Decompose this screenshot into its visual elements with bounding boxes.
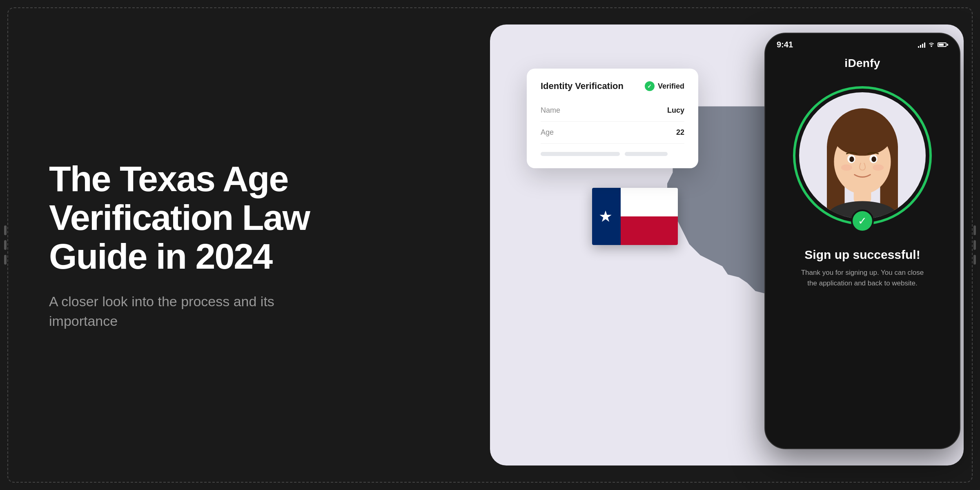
flag-red-stripe xyxy=(621,216,678,245)
id-card-bar-1 xyxy=(541,152,620,156)
status-bar: 9:41 xyxy=(765,33,960,53)
id-card-header: Identity Verification ✓ Verified xyxy=(541,81,684,91)
id-card-footer xyxy=(541,152,684,156)
svg-point-6 xyxy=(833,116,891,156)
left-ticks xyxy=(4,225,7,265)
verified-checkmark: ✓ xyxy=(645,81,655,91)
signup-description: Thank you for signing up. You can close … xyxy=(797,267,928,288)
id-name-value: Lucy xyxy=(667,106,684,115)
svg-point-11 xyxy=(841,165,852,171)
status-icons xyxy=(918,41,948,48)
wifi-icon xyxy=(928,41,935,48)
face-container: ✓ xyxy=(765,86,960,225)
signal-bar-4 xyxy=(924,42,925,48)
signal-bar-2 xyxy=(920,45,921,48)
right-section: ★ Identity Verification ✓ Verified Name … xyxy=(416,0,980,490)
battery-fill xyxy=(939,44,944,46)
app-title: iDenfy xyxy=(765,53,960,78)
signal-bar-3 xyxy=(922,44,923,48)
phone-mockup: 9:41 xyxy=(764,33,960,449)
id-name-row: Name Lucy xyxy=(541,100,684,122)
check-badge: ✓ xyxy=(851,209,874,232)
id-age-label: Age xyxy=(541,128,554,137)
battery-body xyxy=(938,42,947,47)
svg-point-10 xyxy=(871,156,876,162)
main-title: The Texas Age Verification Law Guide in … xyxy=(49,159,351,276)
signup-title: Sign up successful! xyxy=(777,248,947,262)
svg-point-12 xyxy=(873,165,884,171)
verified-badge: ✓ Verified xyxy=(645,81,684,91)
battery-tip xyxy=(947,44,948,46)
id-card-title: Identity Verification xyxy=(541,81,624,91)
face-ring: ✓ xyxy=(793,86,932,225)
id-verification-card: Identity Verification ✓ Verified Name Lu… xyxy=(527,69,698,168)
face-illustration xyxy=(805,100,920,219)
signal-bars-icon xyxy=(918,42,925,48)
flag-star: ★ xyxy=(599,207,612,225)
id-age-value: 22 xyxy=(676,128,684,137)
id-name-label: Name xyxy=(541,106,560,115)
id-card-bar-2 xyxy=(625,152,668,156)
flag-blue-stripe: ★ xyxy=(592,188,621,245)
verified-label: Verified xyxy=(658,82,684,91)
flag-white-stripe xyxy=(621,188,678,216)
battery-icon xyxy=(938,42,948,47)
svg-point-9 xyxy=(849,156,854,162)
subtitle: A closer look into the process and its i… xyxy=(49,292,302,331)
signup-section: Sign up successful! Thank you for signin… xyxy=(765,225,960,301)
left-section: The Texas Age Verification Law Guide in … xyxy=(33,0,368,490)
signal-bar-1 xyxy=(918,46,919,48)
status-time: 9:41 xyxy=(777,40,793,49)
texas-flag: ★ xyxy=(592,188,678,245)
id-age-row: Age 22 xyxy=(541,122,684,144)
face-inner xyxy=(799,92,926,219)
